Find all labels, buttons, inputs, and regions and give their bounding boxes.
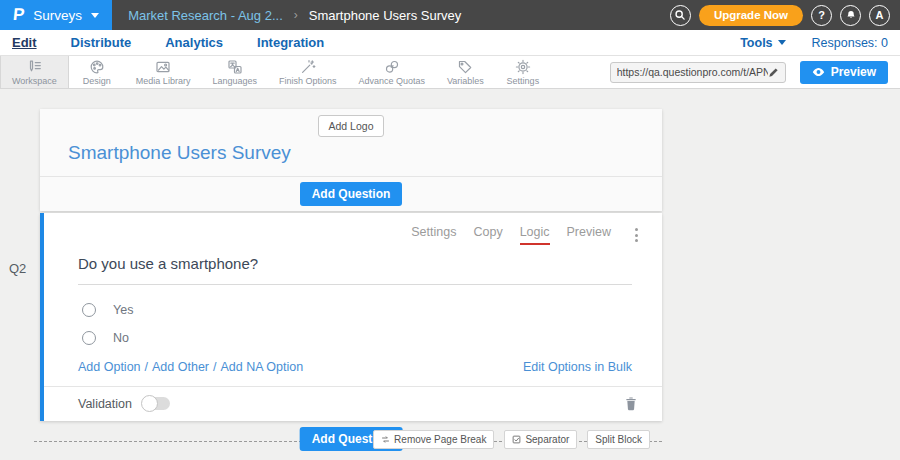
upgrade-now-button[interactable]: Upgrade Now <box>699 5 803 26</box>
magic-wand-icon <box>300 59 316 75</box>
breadcrumb: Market Research - Aug 2... › Smartphone … <box>128 8 461 23</box>
remove-page-break-label: Remove Page Break <box>394 434 486 445</box>
tools-menu-label: Tools <box>740 36 772 50</box>
toolbar-item-label: Design <box>83 76 111 86</box>
breadcrumb-current: Smartphone Users Survey <box>309 8 461 23</box>
section-nav: Edit Distribute Analytics Integration To… <box>0 30 900 56</box>
workspace-icon <box>26 59 42 75</box>
breadcrumb-parent[interactable]: Market Research - Aug 2... <box>128 8 283 23</box>
toolbar-item-label: Media Library <box>136 76 191 86</box>
chain-links-icon <box>384 59 400 75</box>
option-links-row: Add Option/Add Other/Add NA Option Edit … <box>44 360 662 386</box>
delete-question-button[interactable] <box>624 396 638 411</box>
question-number: Q2 <box>9 261 26 276</box>
answer-option-label[interactable]: Yes <box>113 303 133 317</box>
chevron-down-icon <box>778 40 786 45</box>
link-separator: / <box>213 360 216 374</box>
toolbar-item-label: Workspace <box>12 76 57 86</box>
media-image-icon <box>155 59 171 75</box>
questionpro-logo-icon: P <box>12 5 25 25</box>
languages-icon <box>227 59 243 75</box>
question-card: Settings Copy Logic Preview Do you use a… <box>40 213 662 421</box>
answer-option-row[interactable]: Yes <box>82 303 662 317</box>
toolbar-item-media-library[interactable]: Media Library <box>125 56 202 88</box>
toolbar-right: https://qa.questionpro.com/t/APNrFZgQ Pr… <box>610 56 900 88</box>
link-separator: / <box>145 360 148 374</box>
radio-button-icon[interactable] <box>82 331 96 345</box>
toolbar-item-settings[interactable]: Settings <box>495 56 551 88</box>
tools-menu[interactable]: Tools <box>740 36 785 50</box>
question-text[interactable]: Do you use a smartphone? <box>78 255 258 272</box>
toolbar-item-label: Languages <box>212 76 257 86</box>
responses-count[interactable]: Responses: 0 <box>812 36 888 50</box>
toolbar-item-label: Variables <box>447 76 484 86</box>
validation-toggle[interactable] <box>143 397 170 410</box>
gear-icon <box>515 59 531 75</box>
toolbar-item-variables[interactable]: Variables <box>436 56 495 88</box>
answer-option-label[interactable]: No <box>113 331 129 345</box>
edit-options-in-bulk-link[interactable]: Edit Options in Bulk <box>523 360 632 374</box>
surveys-menu[interactable]: P Surveys <box>0 0 112 30</box>
eye-icon <box>812 67 825 77</box>
account-avatar[interactable]: A <box>869 5 890 26</box>
page-break-actions: Remove Page Break Separator Split Block <box>373 430 650 449</box>
top-bar-actions: Upgrade Now ? A <box>670 5 900 26</box>
design-palette-icon <box>89 59 105 75</box>
validation-label: Validation <box>78 397 132 411</box>
add-other-link[interactable]: Add Other <box>152 360 209 374</box>
breadcrumb-separator-icon: › <box>294 8 298 22</box>
page-break-row: Add Question Remove Page Break Separator… <box>40 424 662 458</box>
more-options-menu-icon[interactable] <box>633 226 640 244</box>
edit-pencil-icon[interactable] <box>768 67 779 78</box>
radio-button-icon[interactable] <box>82 303 96 317</box>
question-tab-logic[interactable]: Logic <box>520 225 550 245</box>
add-option-links: Add Option/Add Other/Add NA Option <box>78 360 303 374</box>
toolbar-item-label: Advance Quotas <box>358 76 425 86</box>
nav-right: Tools Responses: 0 <box>740 36 888 50</box>
split-block-label: Split Block <box>595 434 642 445</box>
toolbar-item-finish-options[interactable]: Finish Options <box>268 56 348 88</box>
toolbar-item-workspace[interactable]: Workspace <box>0 56 69 88</box>
tab-edit[interactable]: Edit <box>12 35 37 50</box>
add-option-link[interactable]: Add Option <box>78 360 141 374</box>
question-tabs: Settings Copy Logic Preview <box>44 213 662 245</box>
preview-button-label: Preview <box>831 65 876 79</box>
survey-title[interactable]: Smartphone Users Survey <box>68 142 291 163</box>
toolbar-item-design[interactable]: Design <box>69 56 125 88</box>
survey-column: Add Logo Smartphone Users Survey Add Que… <box>40 109 662 458</box>
editor-toolbar: Workspace Design Media Library Languages… <box>0 56 900 89</box>
help-button[interactable]: ? <box>811 5 832 26</box>
add-question-button-top[interactable]: Add Question <box>300 182 403 206</box>
question-tab-settings[interactable]: Settings <box>411 225 456 245</box>
question-tab-preview[interactable]: Preview <box>567 225 611 245</box>
tab-analytics[interactable]: Analytics <box>165 35 223 50</box>
top-bar: P Surveys Market Research - Aug 2... › S… <box>0 0 900 30</box>
answer-option-row[interactable]: No <box>82 331 662 345</box>
add-logo-button[interactable]: Add Logo <box>318 115 385 137</box>
chevron-down-icon <box>91 13 99 18</box>
separator-checkbox-icon <box>512 435 521 444</box>
survey-url-text: https://qa.questionpro.com/t/APNrFZgQ <box>617 66 768 78</box>
add-question-row: Add Question <box>40 177 662 211</box>
logo-row: Add Logo <box>40 109 662 137</box>
tab-integration[interactable]: Integration <box>257 35 324 50</box>
survey-url-input[interactable]: https://qa.questionpro.com/t/APNrFZgQ <box>610 62 786 83</box>
preview-button[interactable]: Preview <box>800 61 888 84</box>
surveys-menu-label: Surveys <box>33 8 82 23</box>
remove-page-break-button[interactable]: Remove Page Break <box>373 430 494 449</box>
toolbar-item-label: Finish Options <box>279 76 337 86</box>
add-na-option-link[interactable]: Add NA Option <box>221 360 304 374</box>
question-tab-copy[interactable]: Copy <box>473 225 502 245</box>
question-text-row: Do you use a smartphone? <box>78 255 632 285</box>
toolbar-item-languages[interactable]: Languages <box>201 56 268 88</box>
remove-page-break-icon <box>381 435 390 444</box>
separator-button[interactable]: Separator <box>504 430 577 449</box>
split-block-button[interactable]: Split Block <box>587 430 650 449</box>
toolbar-item-advance-quotas[interactable]: Advance Quotas <box>347 56 436 88</box>
toggle-knob <box>141 395 158 412</box>
notifications-button[interactable] <box>840 5 861 26</box>
title-row: Smartphone Users Survey <box>40 137 662 176</box>
survey-header-card: Add Logo Smartphone Users Survey Add Que… <box>40 109 662 211</box>
search-button[interactable] <box>670 5 691 26</box>
tab-distribute[interactable]: Distribute <box>71 35 132 50</box>
